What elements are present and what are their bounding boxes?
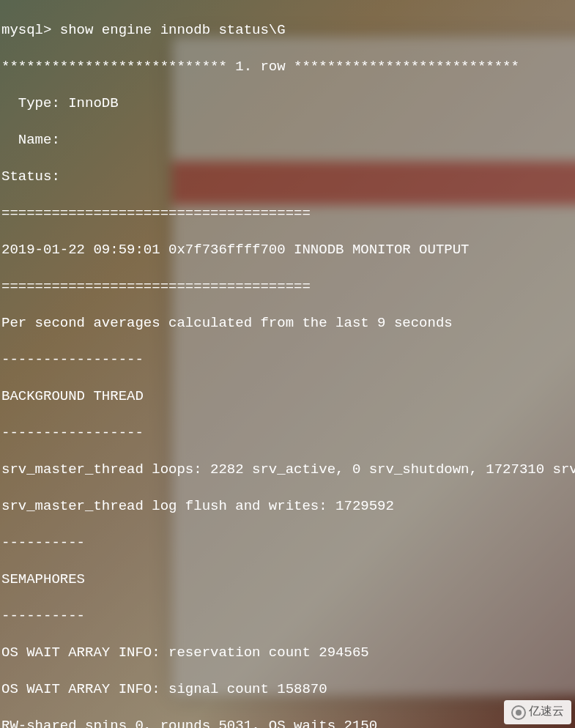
terminal-line: 2019-01-22 09:59:01 0x7f736ffff700 INNOD… [1, 241, 574, 259]
terminal-line: mysql> show engine innodb status\G [1, 21, 574, 40]
terminal-line: ----------------- [1, 424, 574, 442]
terminal-line: SEMAPHORES [1, 571, 574, 589]
terminal-line: OS WAIT ARRAY INFO: reservation count 29… [1, 644, 574, 662]
terminal-line: BACKGROUND THREAD [1, 387, 574, 406]
terminal-line: srv_master_thread loops: 2282 srv_active… [1, 461, 574, 479]
terminal-line: ---------- [1, 607, 574, 625]
terminal-line: Type: InnoDB [1, 94, 574, 113]
terminal-line: *************************** 1. row *****… [1, 58, 574, 76]
terminal-line: OS WAIT ARRAY INFO: signal count 158870 [1, 680, 574, 699]
terminal-line: Status: [1, 168, 574, 186]
cloud-icon [511, 705, 526, 720]
watermark-text: 亿速云 [529, 703, 564, 721]
terminal-line: srv_master_thread log flush and writes: … [1, 497, 574, 516]
terminal-line: RW-shared spins 0, rounds 5031, OS waits… [1, 717, 574, 728]
terminal-line: ===================================== [1, 278, 574, 296]
terminal-output[interactable]: mysql> show engine innodb status\G *****… [0, 0, 575, 728]
terminal-line: Name: [1, 131, 574, 149]
terminal-line: Per second averages calculated from the … [1, 314, 574, 333]
watermark: 亿速云 [504, 700, 571, 724]
terminal-line: ---------- [1, 534, 574, 552]
terminal-line: ----------------- [1, 351, 574, 369]
terminal-line: ===================================== [1, 204, 574, 223]
